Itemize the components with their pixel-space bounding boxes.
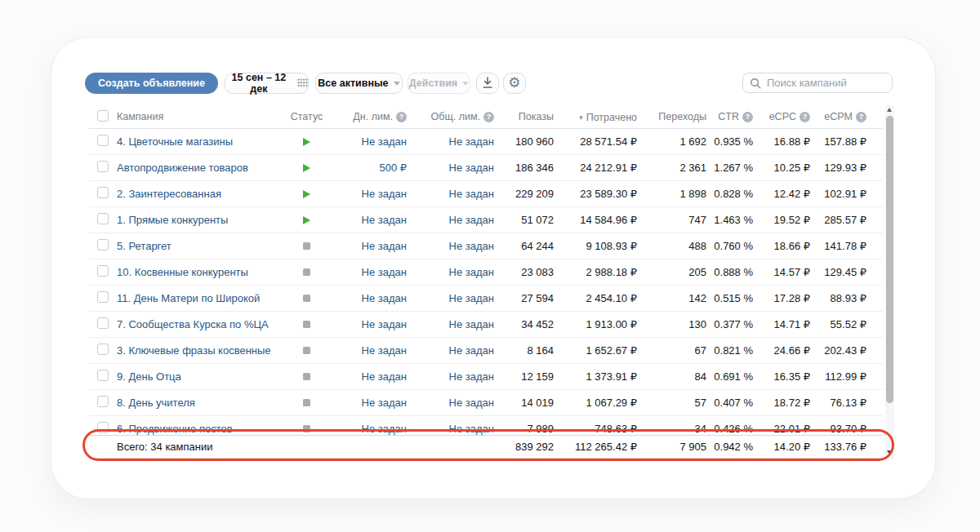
header-campaign[interactable]: Кампания	[117, 111, 290, 122]
header-ecpc[interactable]: eCPC?	[756, 111, 813, 122]
header-status[interactable]: Статус	[290, 111, 323, 122]
table-row[interactable]: Автопродвижение товаров 500 ₽ Не задан 1…	[89, 155, 883, 181]
campaign-name-link[interactable]: 1. Прямые конкуренты	[117, 214, 228, 226]
scroll-up-icon[interactable]	[887, 108, 892, 112]
campaign-name-link[interactable]: 9. День Отца	[117, 370, 181, 383]
total-limit-link[interactable]: Не задан	[449, 188, 494, 200]
table-row[interactable]: 5. Ретаргет Не задан Не задан 64 244 9 1…	[89, 233, 883, 259]
table-scrollbar[interactable]	[885, 105, 894, 459]
daily-limit-link[interactable]: Не задан	[362, 318, 407, 330]
help-icon[interactable]: ?	[856, 112, 866, 122]
row-checkbox[interactable]	[97, 187, 109, 198]
scroll-down-icon[interactable]	[887, 450, 892, 454]
campaign-name-link[interactable]: 5. Ретаргет	[117, 240, 172, 252]
ecpc-value: 14.57 ₽	[756, 266, 813, 278]
total-limit-link[interactable]: Не задан	[449, 423, 494, 435]
total-limit-link[interactable]: Не задан	[449, 292, 494, 304]
table-row[interactable]: 8. День учителя Не задан Не задан 14 019…	[89, 390, 883, 416]
row-checkbox[interactable]	[97, 317, 109, 329]
table-row[interactable]: 4. Цветочные магазины Не задан Не задан …	[89, 129, 883, 155]
row-checkbox[interactable]	[97, 213, 109, 224]
help-icon[interactable]: ?	[396, 112, 407, 122]
table-row[interactable]: 6. Продвижение постов Не задан Не задан …	[89, 416, 883, 435]
row-checkbox[interactable]	[97, 239, 109, 250]
help-icon[interactable]: ?	[800, 112, 810, 122]
campaign-name-link[interactable]: 10. Косвенные конкуренты	[117, 266, 248, 278]
header-impressions[interactable]: Показы	[501, 111, 557, 122]
campaign-name-link[interactable]: 11. День Матери по Широкой	[117, 292, 260, 304]
daily-limit-link[interactable]: Не задан	[362, 188, 407, 200]
settings-button[interactable]: ⚙	[503, 73, 526, 94]
campaign-name-link[interactable]: 3. Ключевые фразы косвенные	[117, 344, 271, 357]
search-input[interactable]	[767, 77, 885, 89]
header-clicks[interactable]: Переходы	[640, 111, 710, 122]
spent-value: 748.63 ₽	[557, 423, 640, 435]
help-icon[interactable]: ?	[483, 112, 494, 122]
help-icon[interactable]: ?	[742, 112, 753, 122]
ecpc-value: 10.25 ₽	[756, 162, 813, 174]
header-ctr[interactable]: CTR?	[710, 111, 756, 122]
ctr-value: 1.463 %	[710, 214, 756, 226]
create-ad-button[interactable]: Создать объявление	[85, 73, 218, 94]
total-limit-link[interactable]: Не задан	[449, 318, 494, 330]
daily-limit-link[interactable]: 500 ₽	[379, 162, 407, 174]
daily-limit-link[interactable]: Не задан	[362, 344, 407, 357]
campaign-search[interactable]	[742, 73, 893, 93]
header-ecpm[interactable]: eCPM?	[813, 111, 883, 122]
total-limit-link[interactable]: Не задан	[449, 162, 494, 174]
row-checkbox[interactable]	[97, 291, 109, 303]
select-all-checkbox[interactable]	[97, 110, 109, 122]
spent-value: 1 067.29 ₽	[557, 397, 640, 409]
table-row[interactable]: 10. Косвенные конкуренты Не задан Не зад…	[89, 259, 883, 286]
total-limit-link[interactable]: Не задан	[449, 344, 494, 357]
row-checkbox[interactable]	[97, 396, 109, 407]
total-limit-link[interactable]: Не задан	[449, 240, 494, 252]
row-checkbox[interactable]	[97, 135, 109, 146]
ecpc-value: 17.28 ₽	[756, 292, 813, 304]
row-checkbox[interactable]	[97, 422, 109, 433]
table-row[interactable]: 7. Сообщества Курска по %ЦА Не задан Не …	[89, 312, 883, 338]
daily-limit-link[interactable]: Не задан	[362, 135, 407, 148]
campaign-name-link[interactable]: 6. Продвижение постов	[117, 423, 233, 435]
total-limit-link[interactable]: Не задан	[449, 135, 494, 148]
daily-limit-link[interactable]: Не задан	[362, 423, 407, 435]
actions-dropdown[interactable]: Действия	[408, 73, 470, 94]
row-checkbox[interactable]	[97, 370, 109, 381]
total-limit-link[interactable]: Не задан	[449, 214, 494, 226]
ecpc-value: 19.52 ₽	[756, 214, 813, 226]
chevron-down-icon	[394, 82, 400, 86]
table-row[interactable]: 11. День Матери по Широкой Не задан Не з…	[89, 286, 883, 312]
row-checkbox[interactable]	[97, 161, 109, 172]
status-icon	[303, 138, 310, 146]
row-checkbox[interactable]	[97, 344, 109, 355]
campaign-name-link[interactable]: 8. День учителя	[117, 397, 195, 409]
daily-limit-link[interactable]: Не задан	[362, 266, 407, 278]
table-row[interactable]: 3. Ключевые фразы косвенные Не задан Не …	[89, 338, 883, 364]
daily-limit-link[interactable]: Не задан	[362, 240, 407, 252]
daily-limit-link[interactable]: Не задан	[362, 370, 407, 383]
totals-ecpc: 14.20 ₽	[756, 441, 813, 453]
campaign-name-link[interactable]: 7. Сообщества Курска по %ЦА	[117, 318, 269, 330]
header-daily-limit[interactable]: Дн. лим.?	[323, 111, 413, 122]
header-spent[interactable]: ▾Потрачено	[557, 111, 640, 123]
total-limit-link[interactable]: Не задан	[449, 397, 494, 409]
date-range-picker[interactable]: 15 сен – 12 дек	[225, 73, 309, 94]
export-button[interactable]	[476, 73, 499, 94]
table-row[interactable]: 1. Прямые конкуренты Не задан Не задан 5…	[89, 207, 883, 233]
campaign-name-link[interactable]: Автопродвижение товаров	[117, 162, 248, 174]
status-filter-dropdown[interactable]: Все активные	[315, 73, 403, 94]
daily-limit-link[interactable]: Не задан	[362, 214, 407, 226]
scrollbar-thumb[interactable]	[886, 116, 893, 403]
total-limit-link[interactable]: Не задан	[449, 266, 494, 278]
daily-limit-link[interactable]: Не задан	[362, 397, 407, 409]
table-row[interactable]: 9. День Отца Не задан Не задан 12 159 1 …	[89, 364, 883, 390]
table-row[interactable]: 2. Заинтересованная Не задан Не задан 22…	[89, 181, 883, 207]
total-limit-link[interactable]: Не задан	[449, 370, 494, 383]
clicks-value: 747	[640, 214, 710, 226]
campaign-name-link[interactable]: 2. Заинтересованная	[117, 188, 221, 200]
row-checkbox[interactable]	[97, 265, 109, 277]
ctr-value: 0.407 %	[710, 397, 756, 409]
campaign-name-link[interactable]: 4. Цветочные магазины	[117, 135, 233, 148]
header-total-limit[interactable]: Общ. лим.?	[413, 111, 501, 122]
daily-limit-link[interactable]: Не задан	[362, 292, 407, 304]
